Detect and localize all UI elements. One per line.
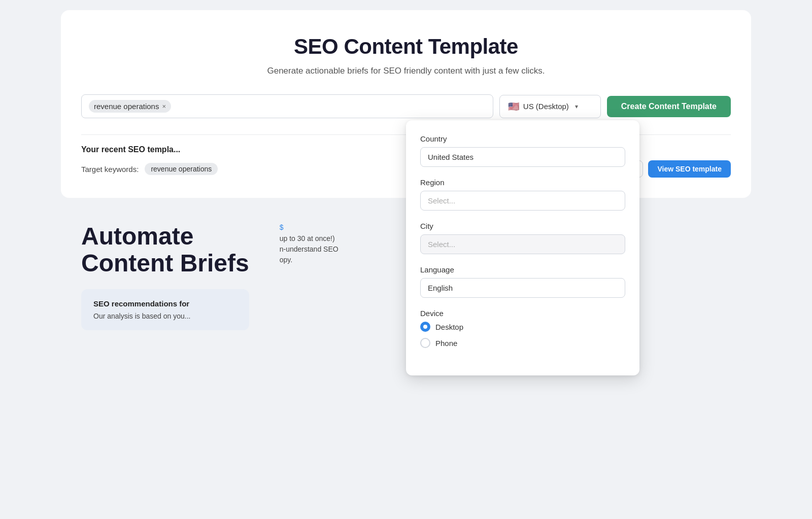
automate-content-briefs-title: Automate Content Briefs SEO recommendati…: [81, 223, 249, 330]
location-label: US (Desktop): [523, 102, 569, 111]
region-section: Region: [420, 178, 625, 211]
create-content-template-button[interactable]: Create Content Template: [607, 96, 731, 117]
radio-desktop: [420, 322, 430, 332]
keyword-tag-remove[interactable]: ×: [162, 103, 166, 110]
city-section: City: [420, 222, 625, 254]
keyword-chip: revenue operations: [145, 163, 218, 175]
country-input[interactable]: [420, 147, 625, 167]
language-section: Language: [420, 265, 625, 298]
city-input[interactable]: [420, 234, 625, 254]
location-dropdown-button[interactable]: 🇺🇸 US (Desktop) ▾: [499, 95, 601, 118]
seo-rec-body: Our analysis is based on you...: [93, 312, 237, 320]
region-label: Region: [420, 178, 625, 187]
target-keywords-label: Target keywords:: [81, 165, 139, 174]
keyword-tag[interactable]: revenue operations ×: [89, 100, 171, 113]
country-section: Country: [420, 134, 625, 167]
view-seo-template-button[interactable]: View SEO template: [648, 160, 731, 178]
chevron-down-icon: ▾: [575, 103, 578, 110]
device-options: Desktop Phone: [420, 322, 625, 348]
country-label: Country: [420, 134, 625, 143]
device-section: Device Desktop Phone: [420, 309, 625, 348]
keyword-input[interactable]: [175, 102, 486, 111]
keyword-input-wrapper[interactable]: revenue operations ×: [81, 94, 493, 118]
location-dropdown-panel: Country Region City Language: [406, 120, 639, 375]
content-briefs-label: Content Briefs: [81, 250, 249, 277]
page-title: SEO Content Template: [81, 34, 731, 59]
device-option-phone[interactable]: Phone: [420, 338, 625, 348]
device-label: Device: [420, 309, 625, 318]
region-input[interactable]: [420, 191, 625, 211]
language-input[interactable]: [420, 278, 625, 298]
device-desktop-label: Desktop: [435, 323, 463, 331]
radio-phone: [420, 338, 430, 348]
search-row: revenue operations × 🇺🇸 US (Desktop) ▾ C…: [81, 94, 731, 118]
device-phone-label: Phone: [435, 339, 457, 348]
flag-icon: 🇺🇸: [508, 101, 519, 112]
seo-rec-card: SEO recommendations for Our analysis is …: [81, 289, 249, 330]
keyword-tag-label: revenue operations: [94, 102, 159, 111]
city-label: City: [420, 222, 625, 230]
seo-rec-title: SEO recommendations for: [93, 299, 237, 308]
page-subtitle: Generate actionable briefs for SEO frien…: [81, 66, 731, 76]
automate-label: Automate: [81, 223, 193, 250]
device-option-desktop[interactable]: Desktop: [420, 322, 625, 332]
language-label: Language: [420, 265, 625, 274]
